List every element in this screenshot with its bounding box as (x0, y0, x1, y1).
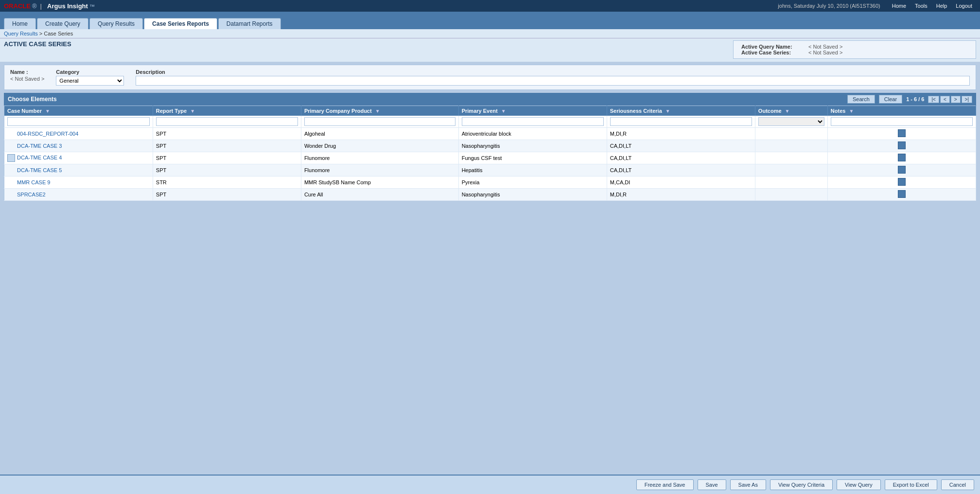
filter-notes-cell (827, 116, 976, 128)
case-number-link[interactable]: MMR CASE 9 (17, 179, 50, 185)
description-field-group: Description (136, 69, 970, 86)
export-to-excel-button[interactable]: Export to Excel (885, 479, 937, 490)
case-number-link[interactable]: DCA-TME CASE 5 (17, 167, 62, 173)
sort-primary-company-product[interactable]: ▼ (375, 108, 380, 114)
col-header-notes: Notes ▼ (827, 106, 976, 116)
top-nav-tools[interactable]: Tools (911, 2, 931, 10)
case-number-link[interactable]: SPRCASE2 (17, 192, 46, 197)
cell-case-number: SPRCASE2 (4, 189, 153, 201)
save-as-button[interactable]: Save As (730, 479, 766, 490)
notes-icon[interactable] (898, 141, 906, 149)
top-nav-home[interactable]: Home (888, 2, 910, 10)
cell-primary-event: Atrioventricular block (458, 128, 607, 140)
name-label: Name : (10, 69, 44, 75)
cell-primary-company-product: Algoheal (301, 128, 458, 140)
filter-notes[interactable] (831, 117, 973, 126)
active-query-box: Active Query Name: < Not Saved > Active … (733, 40, 976, 59)
case-number-link[interactable]: DCA-TME CASE 4 (17, 155, 62, 160)
tab-home[interactable]: Home (4, 18, 36, 29)
next-page-button[interactable]: > (951, 96, 961, 103)
top-nav-logout[interactable]: Logout (952, 2, 976, 10)
tab-datamart-reports[interactable]: Datamart Reports (218, 18, 281, 29)
row-action-icon[interactable] (7, 154, 15, 162)
sort-outcome[interactable]: ▼ (785, 108, 790, 114)
tab-case-series-reports[interactable]: Case Series Reports (144, 18, 217, 29)
notes-icon[interactable] (898, 129, 906, 137)
filter-outcome[interactable] (758, 117, 824, 126)
cell-outcome (755, 176, 827, 189)
filter-report-type[interactable] (156, 117, 298, 126)
cell-primary-company-product: Cure All (301, 189, 458, 201)
case-number-link[interactable]: DCA-TME CASE 3 (17, 143, 62, 149)
active-query-name-value: < Not Saved > (808, 44, 842, 50)
cell-primary-company-product: Wonder Drug (301, 140, 458, 152)
breadcrumb: Query Results > Case Series (0, 29, 980, 38)
active-query-name-label: Active Query Name: (741, 44, 805, 50)
notes-icon[interactable] (898, 178, 906, 186)
cell-primary-event: Nasopharyngitis (458, 189, 607, 201)
sort-notes[interactable]: ▼ (849, 108, 854, 114)
cell-notes (827, 152, 976, 164)
freeze-and-save-button[interactable]: Freeze and Save (636, 479, 694, 490)
active-case-series-value: < Not Saved > (808, 50, 842, 55)
notes-icon[interactable] (898, 190, 906, 198)
table-header-controls: Search Clear 1 - 6 / 6 |< < > >| (847, 95, 972, 104)
filter-report-type-cell (153, 116, 301, 128)
table-row: SPRCASE2SPTCure AllNasopharyngitisM,DI,R (4, 189, 976, 201)
clear-button[interactable]: Clear (879, 95, 902, 104)
table-row: DCA-TME CASE 3SPTWonder DrugNasopharyngi… (4, 140, 976, 152)
filter-case-number[interactable] (7, 117, 150, 126)
category-label: Category (56, 69, 124, 75)
table-header-bar: Choose Elements Search Clear 1 - 6 / 6 |… (4, 93, 976, 106)
sort-primary-event[interactable]: ▼ (501, 108, 506, 114)
save-button[interactable]: Save (698, 479, 726, 490)
pagination-info: 1 - 6 / 6 (906, 96, 924, 102)
filter-seriousness-criteria-cell (607, 116, 755, 128)
breadcrumb-query-results[interactable]: Query Results (4, 31, 38, 36)
name-value: < Not Saved > (10, 76, 44, 82)
cancel-button[interactable]: Cancel (941, 479, 974, 490)
category-select[interactable]: General Private Public (56, 76, 124, 86)
cell-primary-company-product: Flunomore (301, 152, 458, 164)
view-query-criteria-button[interactable]: View Query Criteria (770, 479, 833, 490)
cell-report-type: SPT (153, 152, 301, 164)
table-body: 004-RSDC_REPORT-004SPTAlgohealAtrioventr… (4, 128, 976, 201)
table-section: Choose Elements Search Clear 1 - 6 / 6 |… (4, 93, 976, 201)
cell-case-number: DCA-TME CASE 3 (4, 140, 153, 152)
notes-icon[interactable] (898, 166, 906, 174)
sort-seriousness-criteria[interactable]: ▼ (665, 108, 670, 114)
cell-seriousness-criteria: M,DI,R (607, 128, 755, 140)
data-table: Case Number ▼ Report Type ▼ Primary Comp… (4, 106, 976, 201)
name-field-group: Name : < Not Saved > (10, 69, 44, 82)
last-page-button[interactable]: >| (962, 96, 972, 103)
category-field-group: Category General Private Public (56, 69, 124, 86)
cell-seriousness-criteria: CA,DI,LT (607, 164, 755, 176)
view-query-button[interactable]: View Query (837, 479, 881, 490)
filter-primary-event[interactable] (462, 117, 604, 126)
cell-case-number: MMR CASE 9 (4, 176, 153, 189)
bottom-bar: Freeze and Save Save Save As View Query … (0, 475, 980, 494)
cell-report-type: SPT (153, 128, 301, 140)
sort-report-type[interactable]: ▼ (190, 108, 195, 114)
cell-outcome (755, 140, 827, 152)
col-header-report-type: Report Type ▼ (153, 106, 301, 116)
tab-query-results[interactable]: Query Results (89, 18, 143, 29)
page-nav-buttons: |< < > >| (928, 96, 972, 103)
first-page-button[interactable]: |< (928, 96, 939, 103)
cell-seriousness-criteria: M,CA,DI (607, 176, 755, 189)
tab-create-query[interactable]: Create Query (37, 18, 88, 29)
cell-outcome (755, 164, 827, 176)
filter-seriousness-criteria[interactable] (610, 117, 752, 126)
filter-case-number-cell (4, 116, 153, 128)
cell-seriousness-criteria: CA,DI,LT (607, 140, 755, 152)
cell-primary-event: Hepatitis (458, 164, 607, 176)
case-number-link[interactable]: 004-RSDC_REPORT-004 (17, 131, 78, 137)
sort-case-number[interactable]: ▼ (45, 108, 50, 114)
filter-primary-company-product[interactable] (304, 117, 455, 126)
notes-icon[interactable] (898, 154, 906, 161)
active-case-series-label: Active Case Series: (741, 50, 805, 55)
prev-page-button[interactable]: < (940, 96, 950, 103)
top-nav-help[interactable]: Help (932, 2, 951, 10)
description-input[interactable] (136, 76, 970, 86)
search-button[interactable]: Search (847, 95, 875, 104)
